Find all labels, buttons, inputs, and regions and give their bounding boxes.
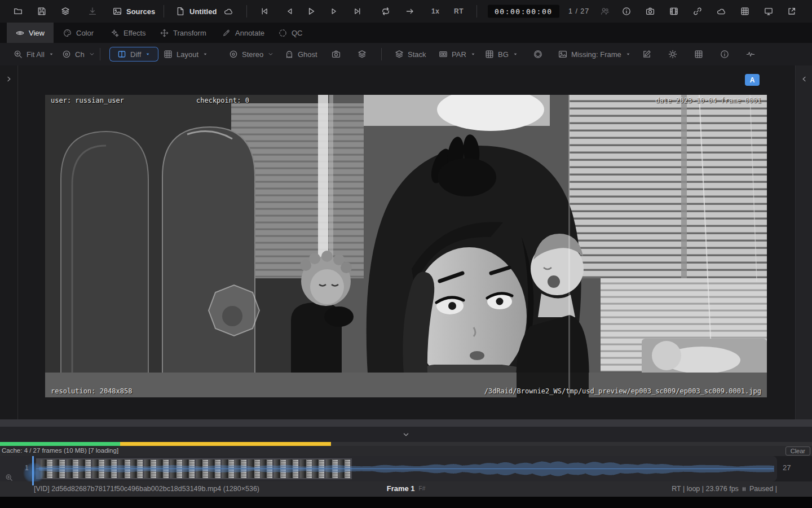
diff-mode-button[interactable]: Diff: [109, 47, 158, 62]
clear-cache-button[interactable]: Clear: [785, 446, 810, 456]
bg-button[interactable]: BG: [485, 50, 518, 59]
frame-thumbnail: [312, 459, 324, 478]
channel-button[interactable]: Ch: [62, 50, 95, 59]
frame-thumbnail: [183, 459, 195, 478]
download-icon[interactable]: [88, 7, 97, 16]
expand-right-panel-button[interactable]: [800, 75, 809, 84]
sparkles-icon: [111, 29, 119, 37]
tab-effects-label: Effects: [123, 29, 146, 37]
timeline-zoom-icon[interactable]: [5, 474, 13, 481]
play-direction-icon[interactable]: [405, 7, 414, 16]
overlay-date-frame: date 2023-10-04 frame 0001: [655, 97, 761, 104]
timeline-thumbnail-pair[interactable]: [41, 459, 65, 478]
tab-annotate[interactable]: Annotate: [213, 23, 273, 43]
tab-qc[interactable]: QC: [270, 23, 312, 43]
playhead[interactable]: [32, 456, 34, 481]
frame-thumbnail: [222, 459, 234, 478]
timeline-thumbnail-pair[interactable]: [92, 459, 117, 478]
snapshot-icon[interactable]: [646, 7, 655, 16]
sources-label: Sources: [126, 7, 155, 16]
timeline-thumbnail-pair[interactable]: [67, 459, 91, 478]
tab-transform-label: Transform: [173, 29, 206, 37]
tab-effects[interactable]: Effects: [102, 23, 155, 43]
cache-status-row: Cache: 4 / 27 frames (10 MB) [7 loading]…: [0, 446, 812, 456]
caret-down-icon: [145, 51, 151, 57]
timeline-thumbnail-pair[interactable]: [300, 459, 325, 478]
collapse-timeline-button[interactable]: [401, 430, 411, 439]
skip-to-start-button[interactable]: [260, 7, 269, 16]
frame-field-hint[interactable]: F#: [419, 485, 426, 492]
timeline-track[interactable]: 1: [0, 456, 777, 481]
info-icon[interactable]: [622, 7, 631, 16]
tile-grid-icon[interactable]: [694, 50, 703, 59]
viewer-image[interactable]: user: russian_user checkpoint: 0 date 20…: [45, 95, 767, 397]
aperture-icon[interactable]: [533, 50, 542, 59]
external-window-icon[interactable]: [787, 7, 796, 16]
cloud-icon[interactable]: [717, 7, 726, 16]
pause-icon: [741, 486, 747, 492]
layout-button[interactable]: Layout: [164, 50, 208, 59]
caret-down-icon: [202, 51, 208, 57]
sources-button[interactable]: Sources: [113, 7, 155, 16]
step-back-button[interactable]: [285, 7, 294, 16]
splitter-bar[interactable]: [0, 419, 812, 427]
frame-thumbnail: [300, 459, 312, 478]
expand-left-panel-button[interactable]: [5, 75, 14, 84]
timeline-thumbnail-pair[interactable]: [222, 459, 247, 478]
playback-speed[interactable]: 1x: [431, 7, 439, 15]
overlay-checkpoint: checkpoint: 0: [196, 97, 249, 104]
timeline-panel: 1 27: [0, 456, 812, 481]
zoom-fit-icon: [14, 50, 23, 59]
version-a-badge[interactable]: A: [745, 74, 760, 86]
frame-thumbnail: [196, 459, 208, 478]
layer-stack-icon[interactable]: [358, 50, 367, 59]
timeline-thumbnail-pair[interactable]: [196, 459, 221, 478]
save-icon[interactable]: [37, 7, 46, 16]
link-icon[interactable]: [693, 7, 702, 16]
timeline-thumbnail-pair[interactable]: [248, 459, 273, 478]
timecode-display[interactable]: 00:00:00:00: [488, 5, 559, 18]
tab-color[interactable]: Color: [54, 23, 103, 43]
fit-all-button[interactable]: Fit All: [14, 50, 54, 59]
realtime-toggle[interactable]: RT: [454, 7, 464, 15]
loop-mode-icon[interactable]: [381, 7, 390, 16]
par-button[interactable]: PAR: [439, 50, 476, 59]
waveform-scope-icon[interactable]: [746, 50, 755, 59]
collaboration-icon[interactable]: [601, 7, 610, 16]
grid-view-icon[interactable]: [740, 7, 749, 16]
stack-button[interactable]: Stack: [395, 50, 426, 59]
snapshot-tool-icon[interactable]: [332, 50, 341, 59]
frame-counter: 1 / 27: [568, 7, 589, 15]
step-forward-button[interactable]: [329, 7, 338, 16]
skip-to-end-button[interactable]: [353, 7, 362, 16]
tab-view[interactable]: View: [7, 23, 54, 43]
stereo-button[interactable]: Stereo: [229, 50, 274, 59]
timeline-thumbnail-pair[interactable]: [274, 459, 299, 478]
right-panel-strip: [795, 65, 812, 419]
ghost-button[interactable]: Ghost: [285, 50, 317, 59]
document-title[interactable]: Untitled: [176, 7, 217, 16]
timeline-thumbnail-pair[interactable]: [326, 459, 351, 478]
tab-transform[interactable]: Transform: [151, 23, 215, 43]
edit-icon[interactable]: [642, 50, 651, 59]
image-info-icon[interactable]: [720, 50, 729, 59]
missing-frame-button[interactable]: Missing: Frame: [558, 50, 631, 59]
tab-annotate-label: Annotate: [235, 29, 264, 37]
bottom-filler: [0, 497, 812, 508]
sources-icon: [113, 7, 122, 16]
timeline-thumbnail-pair[interactable]: [170, 459, 195, 478]
open-file-icon[interactable]: [14, 7, 23, 16]
timeline-thumbnail-pair[interactable]: [118, 459, 143, 478]
timeline-thumbnail-pair[interactable]: [144, 459, 169, 478]
divider: [246, 5, 247, 17]
cloud-sync-icon[interactable]: [224, 7, 233, 16]
brightness-icon[interactable]: [668, 50, 677, 59]
play-button[interactable]: [306, 6, 316, 16]
cache-cached-segment: [0, 442, 120, 446]
filmstrip-icon[interactable]: [669, 7, 678, 16]
left-panel-strip: [0, 65, 18, 419]
frame-thumbnail: [248, 459, 260, 478]
frame-thumbnail: [235, 459, 246, 478]
layers-icon[interactable]: [61, 7, 70, 16]
presentation-display-icon[interactable]: [764, 7, 773, 16]
